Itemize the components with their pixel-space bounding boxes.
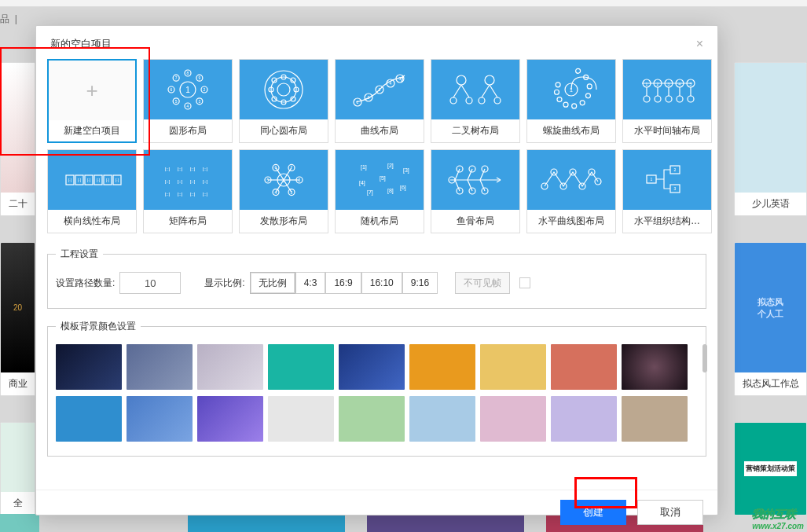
color-swatch[interactable]	[409, 396, 475, 442]
color-swatch[interactable]	[551, 396, 617, 442]
color-swatch[interactable]	[551, 344, 617, 390]
svg-point-44	[494, 97, 501, 104]
svg-text:[·]: [·]	[78, 178, 82, 182]
layout-icon: 1234567	[240, 150, 328, 210]
template-card[interactable]: 12345曲线布局	[335, 59, 424, 143]
template-label: 水平时间轴布局	[623, 119, 711, 142]
path-count-input[interactable]	[119, 272, 181, 294]
svg-text:4: 4	[679, 82, 681, 86]
color-swatch[interactable]	[339, 344, 405, 390]
template-card[interactable]: 水平曲线图布局	[526, 149, 616, 233]
svg-text:[6]: [6]	[400, 185, 406, 191]
template-label: 圆形布局	[144, 119, 232, 142]
template-card[interactable]: 二叉树布局	[431, 59, 520, 143]
template-label: 矩阵布局	[144, 210, 232, 233]
svg-point-48	[554, 90, 559, 94]
color-swatch[interactable]	[56, 396, 122, 442]
color-swatch[interactable]	[409, 344, 475, 390]
template-card[interactable]: 同心圆布局	[239, 59, 328, 143]
template-card[interactable]: 123水平组织结构…	[622, 149, 712, 233]
template-card[interactable]: +新建空白项目	[47, 59, 137, 143]
svg-text:[::]: [::]	[190, 179, 196, 184]
ratio-button[interactable]: 16:9	[325, 272, 361, 294]
template-card[interactable]: [::][::][::][::][::][::][::][::][::][::]…	[143, 149, 233, 233]
svg-point-39	[457, 75, 466, 85]
ratio-label: 显示比例:	[204, 277, 244, 290]
color-swatch[interactable]	[268, 344, 334, 390]
template-card[interactable]: [1][2][3][4][5][6][7][8]随机布局	[335, 149, 424, 233]
template-card[interactable]: 1234567发散形布局	[239, 149, 328, 233]
settings-legend: 工程设置	[56, 248, 103, 261]
color-swatch[interactable]	[480, 396, 546, 442]
color-swatch[interactable]	[127, 344, 193, 390]
svg-text:1: 1	[357, 100, 359, 105]
layout-icon: 123456789	[144, 60, 232, 119]
svg-text:[::]: [::]	[178, 192, 183, 196]
color-swatch[interactable]	[622, 396, 688, 442]
ratio-button[interactable]: 4:3	[295, 272, 326, 294]
ratio-button[interactable]: 16:10	[361, 272, 402, 294]
svg-point-47	[556, 83, 560, 87]
color-swatch[interactable]	[197, 344, 263, 390]
svg-text:1: 1	[570, 87, 573, 93]
svg-text:5: 5	[175, 99, 178, 104]
invisible-frame-button[interactable]: 不可见帧	[455, 272, 510, 294]
svg-point-77	[688, 96, 694, 102]
svg-point-49	[557, 97, 562, 102]
color-swatch[interactable]	[268, 396, 334, 442]
svg-text:[8]: [8]	[387, 188, 394, 194]
svg-text:[1]: [1]	[361, 164, 367, 171]
svg-text:1: 1	[651, 177, 653, 182]
ratio-button[interactable]: 9:16	[402, 272, 438, 294]
svg-text:[·]: [·]	[106, 178, 110, 182]
svg-point-73	[677, 96, 683, 102]
layout-icon	[240, 60, 328, 119]
scrollbar[interactable]	[702, 344, 707, 372]
svg-text:4: 4	[275, 190, 277, 195]
invisible-frame-checkbox[interactable]	[519, 277, 530, 288]
svg-text:[::]: [::]	[178, 179, 183, 184]
bg-label: 拟态风工作总	[735, 372, 806, 395]
template-card[interactable]: 鱼骨布局	[431, 149, 520, 233]
svg-text:[::]: [::]	[203, 179, 208, 184]
template-card[interactable]: 1螺旋曲线布局	[526, 59, 616, 143]
color-swatch[interactable]	[56, 344, 122, 390]
cancel-button[interactable]: 取消	[637, 500, 703, 525]
svg-text:2: 2	[204, 87, 206, 92]
color-swatch[interactable]	[480, 344, 546, 390]
svg-text:3: 3	[198, 99, 200, 104]
svg-text:4: 4	[390, 81, 392, 86]
layout-icon: 12345	[336, 60, 424, 119]
template-label: 横向线性布局	[48, 210, 136, 233]
color-swatch[interactable]	[197, 396, 263, 442]
color-swatch[interactable]	[339, 396, 405, 442]
svg-point-65	[655, 96, 661, 102]
svg-text:[·]: [·]	[68, 178, 72, 182]
svg-text:[7]: [7]	[367, 189, 373, 196]
svg-text:[::]: [::]	[190, 192, 196, 196]
project-settings: 工程设置 设置路径数量: 显示比例: 无比例4:316:916:109:16 不…	[47, 248, 706, 309]
layout-icon	[431, 60, 519, 119]
svg-text:8: 8	[187, 71, 189, 75]
layout-icon: [1][2][3][4][5][6][7][8]	[336, 150, 424, 210]
svg-point-43	[479, 97, 485, 104]
color-swatch[interactable]	[127, 396, 193, 442]
color-swatch[interactable]	[622, 344, 688, 390]
new-project-modal: 新的空白项目 × +新建空白项目123456789圆形布局同心圆布局12345曲…	[35, 25, 718, 515]
svg-text:[::]: [::]	[165, 167, 171, 171]
svg-text:[::]: [::]	[178, 167, 183, 171]
ratio-button[interactable]: 无比例	[250, 272, 295, 294]
thumb-text: 营销策划活动策	[744, 461, 797, 476]
create-button[interactable]: 创建	[560, 500, 626, 525]
svg-text:[5]: [5]	[380, 175, 386, 182]
template-label: 新建空白项目	[49, 120, 135, 141]
svg-text:3: 3	[674, 186, 677, 191]
plus-icon: +	[49, 61, 135, 120]
template-card[interactable]: [·][·][·][·][·][·]横向线性布局	[47, 149, 137, 233]
template-card[interactable]: 123456789圆形布局	[143, 59, 233, 143]
svg-text:[4]: [4]	[359, 180, 365, 186]
template-label: 曲线布局	[336, 119, 424, 142]
close-icon[interactable]: ×	[696, 37, 703, 51]
svg-text:3: 3	[668, 82, 670, 86]
template-card[interactable]: 12345水平时间轴布局	[622, 59, 712, 143]
